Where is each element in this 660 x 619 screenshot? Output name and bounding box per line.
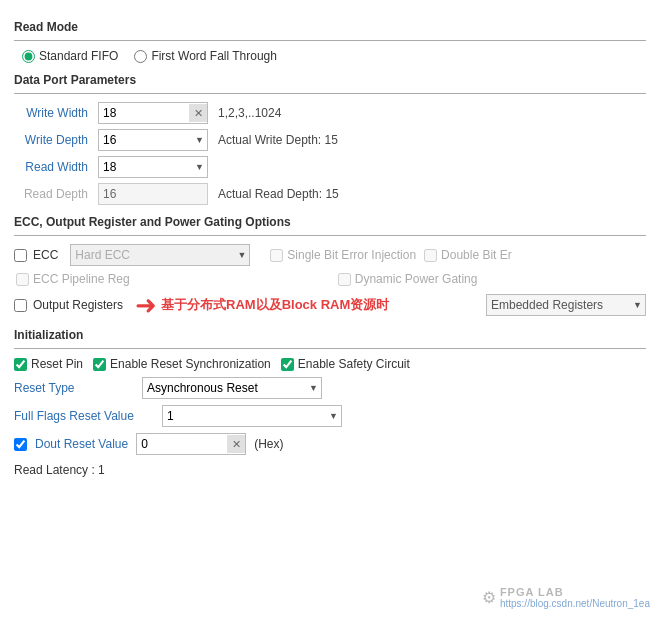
write-width-input-wrapper[interactable]: ✕ xyxy=(98,102,208,124)
pipeline-checkbox[interactable] xyxy=(16,273,29,286)
data-port-title: Data Port Parameters xyxy=(14,73,646,87)
watermark-info: FPGA LAB https://blog.csdn.net/Neutron_1… xyxy=(500,586,650,609)
ecc-divider xyxy=(14,235,646,236)
watermark-url: https://blog.csdn.net/Neutron_1ea xyxy=(500,598,650,609)
read-mode-title: Read Mode xyxy=(14,20,646,34)
full-flags-select[interactable]: 1 0 xyxy=(163,409,341,423)
enable-reset-sync-label: Enable Reset Synchronization xyxy=(110,357,271,371)
initialization-title: Initialization xyxy=(14,328,646,342)
ecc-section: ECC, Output Register and Power Gating Op… xyxy=(14,215,646,318)
reset-type-label: Reset Type xyxy=(14,381,134,395)
write-width-label: Write Width xyxy=(14,106,94,120)
dynamic-power-checkbox[interactable] xyxy=(338,273,351,286)
red-arrow-icon: ➜ xyxy=(135,292,157,318)
initialization-section: Initialization Reset Pin Enable Reset Sy… xyxy=(14,328,646,455)
ecc-check-group[interactable]: ECC xyxy=(14,248,58,262)
dynamic-power-label: Dynamic Power Gating xyxy=(355,272,478,286)
read-width-select[interactable]: 18936 xyxy=(99,160,207,174)
full-flags-row: Full Flags Reset Value 1 0 ▼ xyxy=(14,405,646,427)
full-flags-label: Full Flags Reset Value xyxy=(14,409,154,423)
write-depth-label: Write Depth xyxy=(14,133,94,147)
reset-type-dropdown[interactable]: Asynchronous Reset Synchronous Reset ▼ xyxy=(142,377,322,399)
write-width-clear-btn[interactable]: ✕ xyxy=(189,104,207,122)
reset-type-row: Reset Type Asynchronous Reset Synchronou… xyxy=(14,377,646,399)
write-depth-dropdown[interactable]: 163264128 ▼ xyxy=(98,129,208,151)
arrow-annotation: ➜ 基于分布式RAM以及Block RAM资源时 xyxy=(135,292,389,318)
data-port-divider xyxy=(14,93,646,94)
enable-safety-checkbox[interactable] xyxy=(281,358,294,371)
brand-label: FPGA LAB xyxy=(500,586,650,598)
write-depth-row: Write Depth 163264128 ▼ Actual Write Dep… xyxy=(14,129,646,151)
ecc-row2: ECC Pipeline Reg Dynamic Power Gating xyxy=(14,272,646,286)
enable-safety-label: Enable Safety Circuit xyxy=(298,357,410,371)
single-bit-label: Single Bit Error Injection xyxy=(287,248,416,262)
single-bit-group: Single Bit Error Injection xyxy=(270,248,416,262)
write-width-hint: 1,2,3,..1024 xyxy=(218,106,281,120)
chinese-annotation: 基于分布式RAM以及Block RAM资源时 xyxy=(161,296,389,314)
double-bit-group: Double Bit Er xyxy=(424,248,512,262)
data-port-section: Data Port Parameters Write Width ✕ 1,2,3… xyxy=(14,73,646,205)
ecc-checkbox[interactable] xyxy=(14,249,27,262)
output-reg-row: Output Registers ➜ 基于分布式RAM以及Block RAM资源… xyxy=(14,292,646,318)
embedded-dropdown[interactable]: Embedded Registers Fabric Registers No R… xyxy=(486,294,646,316)
write-width-input[interactable] xyxy=(99,104,184,122)
single-bit-checkbox[interactable] xyxy=(270,249,283,262)
enable-reset-sync-group[interactable]: Enable Reset Synchronization xyxy=(93,357,271,371)
pipeline-group: ECC Pipeline Reg xyxy=(14,272,130,286)
dynamic-power-group: Dynamic Power Gating xyxy=(338,272,478,286)
double-bit-label: Double Bit Er xyxy=(441,248,512,262)
output-reg-label: Output Registers xyxy=(33,298,123,312)
write-depth-hint: Actual Write Depth: 15 xyxy=(218,133,338,147)
read-depth-row: Read Depth Actual Read Depth: 15 xyxy=(14,183,646,205)
first-word-fall-through-label: First Word Fall Through xyxy=(151,49,277,63)
gear-icon: ⚙ xyxy=(482,588,496,607)
read-width-label: Read Width xyxy=(14,160,94,174)
ecc-label: ECC xyxy=(33,248,58,262)
write-depth-select[interactable]: 163264128 xyxy=(99,133,207,147)
read-width-dropdown[interactable]: 18936 ▼ xyxy=(98,156,208,178)
reset-pin-checkbox[interactable] xyxy=(14,358,27,371)
dout-clear-btn[interactable]: ✕ xyxy=(227,435,245,453)
ecc-row1: ECC Hard ECC Soft ECC No ECC ▼ Single Bi… xyxy=(14,244,646,266)
ecc-mode-select[interactable]: Hard ECC Soft ECC No ECC xyxy=(71,248,249,262)
enable-safety-group[interactable]: Enable Safety Circuit xyxy=(281,357,410,371)
dout-label: Dout Reset Value xyxy=(35,437,128,451)
read-mode-section: Read Mode Standard FIFO First Word Fall … xyxy=(14,20,646,63)
init-row1: Reset Pin Enable Reset Synchronization E… xyxy=(14,357,646,371)
write-width-row: Write Width ✕ 1,2,3,..1024 xyxy=(14,102,646,124)
full-flags-dropdown[interactable]: 1 0 ▼ xyxy=(162,405,342,427)
dout-checkbox[interactable] xyxy=(14,438,27,451)
initialization-divider xyxy=(14,348,646,349)
watermark: ⚙ FPGA LAB https://blog.csdn.net/Neutron… xyxy=(482,586,650,609)
read-depth-hint: Actual Read Depth: 15 xyxy=(218,187,339,201)
read-mode-divider xyxy=(14,40,646,41)
ecc-mode-dropdown[interactable]: Hard ECC Soft ECC No ECC ▼ xyxy=(70,244,250,266)
output-reg-checkbox[interactable] xyxy=(14,299,27,312)
double-bit-checkbox[interactable] xyxy=(424,249,437,262)
dout-row: Dout Reset Value ✕ (Hex) xyxy=(14,433,646,455)
reset-pin-label: Reset Pin xyxy=(31,357,83,371)
first-word-fall-through-option[interactable]: First Word Fall Through xyxy=(134,49,277,63)
hex-label: (Hex) xyxy=(254,437,283,451)
ecc-title: ECC, Output Register and Power Gating Op… xyxy=(14,215,646,229)
embedded-select[interactable]: Embedded Registers Fabric Registers No R… xyxy=(487,298,645,312)
pipeline-label: ECC Pipeline Reg xyxy=(33,272,130,286)
dout-input-wrapper[interactable]: ✕ xyxy=(136,433,246,455)
dout-input[interactable] xyxy=(137,435,222,453)
standard-fifo-label: Standard FIFO xyxy=(39,49,118,63)
standard-fifo-option[interactable]: Standard FIFO xyxy=(22,49,118,63)
params-table: Write Width ✕ 1,2,3,..1024 Write Depth 1… xyxy=(14,102,646,205)
standard-fifo-radio[interactable] xyxy=(22,50,35,63)
enable-reset-sync-checkbox[interactable] xyxy=(93,358,106,371)
read-depth-label: Read Depth xyxy=(14,187,94,201)
reset-type-select[interactable]: Asynchronous Reset Synchronous Reset xyxy=(143,381,321,395)
read-latency: Read Latency : 1 xyxy=(14,463,646,477)
first-word-fall-through-radio[interactable] xyxy=(134,50,147,63)
reset-pin-group[interactable]: Reset Pin xyxy=(14,357,83,371)
read-mode-radio-group: Standard FIFO First Word Fall Through xyxy=(14,49,646,63)
read-width-row: Read Width 18936 ▼ xyxy=(14,156,646,178)
read-depth-input xyxy=(98,183,208,205)
